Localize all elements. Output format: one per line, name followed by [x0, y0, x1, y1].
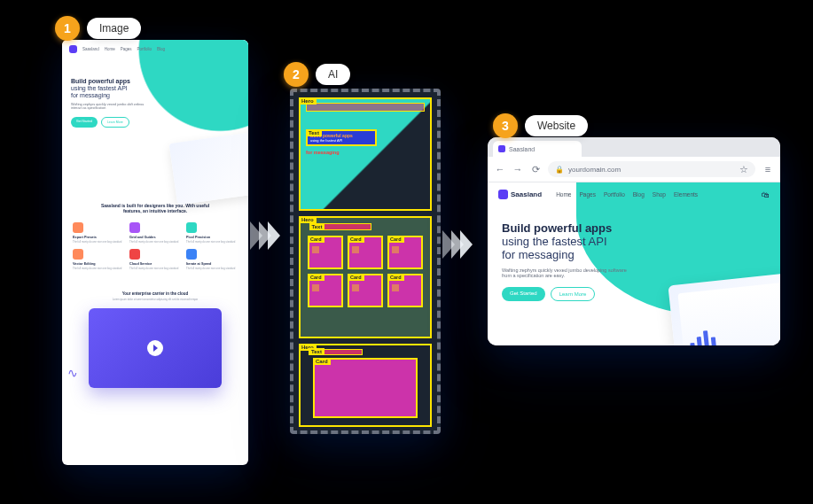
- feature-name: Export Presets: [73, 236, 124, 239]
- mock-nav-2: Portfolio: [137, 47, 152, 51]
- ai-seg-hero: Hero Text Build powerful apps using the …: [299, 97, 432, 211]
- device-mockup-icon: [169, 131, 248, 205]
- arrow-2: [446, 230, 473, 259]
- mock-nav-3: Blog: [157, 47, 165, 51]
- feature-name: Iterate at Speed: [186, 262, 238, 266]
- url-text: yourdomain.com: [568, 166, 621, 174]
- site-nav-link[interactable]: Portfolio: [604, 191, 625, 198]
- back-icon[interactable]: ←: [495, 164, 505, 174]
- step-1-label: Image: [87, 18, 141, 39]
- ai-text-l2: using the fastest API: [310, 138, 372, 143]
- ai-seg-nav: [306, 103, 425, 112]
- feature-icon: [186, 249, 197, 260]
- ai-seg-card-label: Card: [308, 236, 324, 243]
- mock-btn-secondary: Learn More: [101, 117, 129, 128]
- site-hero-subtitle: Wafting zephyrs quickly vexed jumbo deve…: [502, 268, 635, 278]
- browser-tab[interactable]: Saasland: [493, 141, 582, 157]
- tab-title: Saasland: [509, 146, 535, 152]
- ai-seg-text: Text Build powerful apps using the faste…: [306, 129, 377, 146]
- stage-website-panel: Saasland ← → ⟳ 🔒 yourdomain.com ☆ ≡ Saas…: [488, 137, 780, 345]
- mock-nav-0: Home: [105, 47, 115, 51]
- site-nav: Saasland HomePagesPortfolioBlogShopEleme…: [488, 182, 780, 206]
- mock-brand: Saasland: [82, 47, 99, 51]
- star-icon[interactable]: ☆: [739, 164, 748, 175]
- feature-icon: [129, 222, 140, 233]
- ai-seg-features: Hero Text CardCardCardCardCardCard: [299, 216, 432, 338]
- reload-icon[interactable]: ⟳: [530, 164, 541, 174]
- feature-name: Vector Editing: [73, 262, 124, 266]
- feature-card: Cloud ServiceThe full monty do one nice …: [129, 249, 181, 270]
- play-icon: [147, 340, 163, 356]
- feature-icon: [73, 249, 83, 260]
- step-3-badge: 3 Website: [493, 113, 588, 138]
- address-bar[interactable]: 🔒 yourdomain.com ☆: [548, 161, 755, 177]
- arrow-1: [254, 221, 280, 250]
- ai-seg-hero-label: Hero: [299, 97, 317, 105]
- ai-seg-card-label: Card: [308, 274, 324, 281]
- ai-seg-card: Card: [387, 274, 423, 307]
- mock-hero-title: Build powerful apps using the fastest AP…: [71, 78, 239, 99]
- mock-nav: Saasland Home Pages Portfolio Blog: [62, 40, 248, 58]
- site-nav-link[interactable]: Home: [556, 191, 571, 198]
- site-btn-secondary[interactable]: Learn More: [551, 287, 596, 301]
- browser-chrome: Saasland ← → ⟳ 🔒 yourdomain.com ☆ ≡: [488, 137, 780, 182]
- ai-seg-card: Card: [308, 236, 343, 269]
- site-nav-link[interactable]: Pages: [579, 191, 595, 198]
- feature-desc: The full monty do one nice one bog stand…: [73, 240, 124, 244]
- site-brand: Saasland: [511, 190, 542, 198]
- feature-icon: [186, 222, 197, 233]
- ai-seg-card-label: Card: [348, 274, 364, 281]
- mock-carrier-section: ∿ Your enterprise carrier in the cloud L…: [62, 283, 248, 402]
- ai-seg-card: Card: [348, 236, 383, 269]
- ai-seg-feat-title-label: Text: [309, 223, 325, 230]
- stage-ai-panel: Hero Text Build powerful apps using the …: [290, 89, 441, 434]
- video-card: [89, 308, 222, 388]
- features-title: Saasland is built for designers like you…: [98, 203, 213, 213]
- ai-seg-card-label: Card: [348, 236, 364, 243]
- step-2-label: AI: [316, 64, 350, 85]
- decorative-squiggle-icon: ∿: [67, 366, 78, 380]
- feature-name: Cloud Service: [129, 262, 181, 266]
- feature-desc: The full monty do one nice one bog stand…: [186, 240, 238, 244]
- ai-seg-card: Card: [387, 236, 423, 269]
- site-logo[interactable]: Saasland: [498, 190, 542, 199]
- stage-image-panel: Saasland Home Pages Portfolio Blog Build…: [62, 40, 248, 465]
- ai-seg-video-title: Text: [309, 349, 363, 355]
- ai-seg-video-card: Card: [313, 358, 418, 418]
- cart-icon[interactable]: 🛍: [762, 190, 770, 199]
- ai-seg-video-title-label: Text: [309, 348, 324, 355]
- site-nav-link[interactable]: Blog: [633, 191, 645, 198]
- forward-icon[interactable]: →: [512, 164, 523, 174]
- step-2-badge: 2 AI: [284, 62, 350, 87]
- menu-icon[interactable]: ≡: [762, 164, 773, 174]
- tab-favicon-icon: [498, 145, 505, 152]
- step-3-label: Website: [525, 115, 588, 136]
- mock-btn-primary: Get Started: [71, 117, 98, 128]
- site-body: Saasland HomePagesPortfolioBlogShopEleme…: [488, 182, 780, 345]
- feature-card: Vector EditingThe full monty do one nice…: [73, 249, 124, 270]
- site-nav-link[interactable]: Elements: [674, 191, 698, 198]
- feature-icon: [129, 249, 140, 260]
- ai-seg-video-section: Hero Text Card: [299, 344, 432, 427]
- site-btn-primary[interactable]: Get Started: [502, 287, 545, 301]
- mock-hero-subtitle: Wafting zephyrs quickly vexed jumbo daft…: [71, 103, 151, 110]
- ai-seg-card-label: Card: [387, 274, 404, 281]
- feature-name: Grid and Guides: [129, 236, 181, 239]
- mock-features: Saasland is built for designers like you…: [62, 190, 248, 283]
- mock-hero: Saasland Home Pages Portfolio Blog Build…: [62, 40, 248, 190]
- site-hero-title: Build powerful apps using the fastest AP…: [502, 222, 766, 262]
- feature-card: Pixel PrecisionThe full monty do one nic…: [186, 222, 238, 244]
- step-2-number: 2: [284, 62, 309, 87]
- logo-icon: [498, 190, 508, 199]
- feature-desc: The full monty do one nice one bog stand…: [129, 267, 181, 270]
- ai-seg-card: Card: [308, 274, 343, 307]
- feature-desc: The full monty do one nice one bog stand…: [186, 267, 238, 270]
- mock-nav-1: Pages: [121, 47, 132, 51]
- feature-name: Pixel Precision: [186, 236, 238, 239]
- site-nav-link[interactable]: Shop: [653, 191, 666, 198]
- site-device-mockup: [668, 273, 780, 345]
- feature-card: Grid and GuidesThe full monty do one nic…: [129, 222, 181, 244]
- ai-seg-feat-title: Text: [309, 223, 371, 230]
- logo-icon: [69, 45, 77, 53]
- ai-text-red: for messaging: [306, 150, 425, 155]
